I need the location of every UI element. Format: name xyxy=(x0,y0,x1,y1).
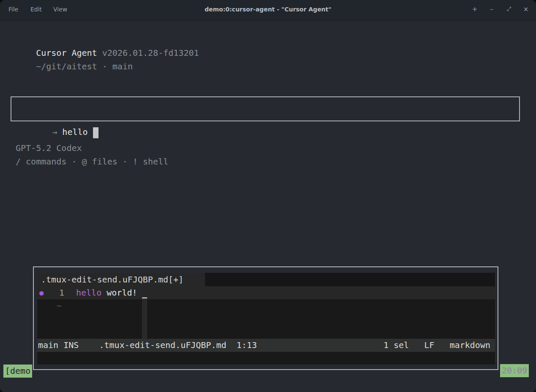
menu-view[interactable]: View xyxy=(53,6,67,13)
menu-edit[interactable]: Edit xyxy=(30,6,42,13)
editor-cursor xyxy=(142,297,147,299)
cursor-column-highlight xyxy=(142,299,147,339)
editor-tabbar: .tmux-edit-send.uFJQBP.md[+] xyxy=(37,273,495,286)
close-icon: × xyxy=(523,5,529,13)
editor-message-line xyxy=(37,352,495,365)
empty-line-tilde: ~ xyxy=(57,299,62,313)
terminal-window: File Edit View demo:0:cursor-agent - "Cu… xyxy=(0,0,536,392)
text-cursor xyxy=(93,127,98,138)
tmux-clock: 20:09 xyxy=(500,364,529,377)
minimize-button[interactable]: – xyxy=(488,5,495,13)
gutter-dot-icon: ● xyxy=(39,286,44,299)
branch-name: main xyxy=(112,61,133,71)
new-window-button[interactable]: + xyxy=(471,5,479,13)
line-number: 1 xyxy=(59,286,64,299)
statusbar-left: main INS .tmux-edit-send.uFJQBP.md 1:13 xyxy=(38,339,257,352)
editor-tab[interactable]: .tmux-edit-send.uFJQBP.md[+] xyxy=(37,273,205,286)
prompt-line: → hello xyxy=(22,97,98,121)
code-keyword: hello xyxy=(76,288,101,298)
command-hints: / commands · @ files · ! shell xyxy=(16,157,168,167)
prompt-arrow-icon: → xyxy=(52,127,62,137)
workspace-path: ~/git/aitest xyxy=(36,61,97,71)
workspace-line: ~/git/aitest · main xyxy=(16,52,133,81)
maximize-icon: ⤢ xyxy=(507,5,511,12)
tmux-session-badge: [demo xyxy=(3,365,32,378)
model-name: GPT-5.2 Codex xyxy=(16,143,82,153)
minimize-icon: – xyxy=(490,5,493,13)
maximize-button[interactable]: ⤢ xyxy=(505,5,513,12)
titlebar: File Edit View demo:0:cursor-agent - "Cu… xyxy=(0,0,536,21)
plus-icon: + xyxy=(472,5,478,13)
code-text: hello world! xyxy=(76,286,137,299)
editor-code-line[interactable]: ● 1 hello world! xyxy=(37,286,495,299)
statusbar-right: 1 sel LF markdown xyxy=(383,339,490,352)
editor-empty-area[interactable]: ~ xyxy=(37,299,495,339)
prompt-box[interactable]: → hello xyxy=(11,96,520,121)
menu-file[interactable]: File xyxy=(8,6,18,13)
editor-statusbar: main INS .tmux-edit-send.uFJQBP.md 1:13 … xyxy=(37,339,495,352)
code-rest: world! xyxy=(101,288,137,298)
window-title: demo:0:cursor-agent - "Cursor Agent" xyxy=(0,6,536,13)
prompt-input[interactable]: hello xyxy=(62,127,93,137)
close-button[interactable]: × xyxy=(522,5,530,13)
path-branch-separator: · xyxy=(97,61,112,71)
